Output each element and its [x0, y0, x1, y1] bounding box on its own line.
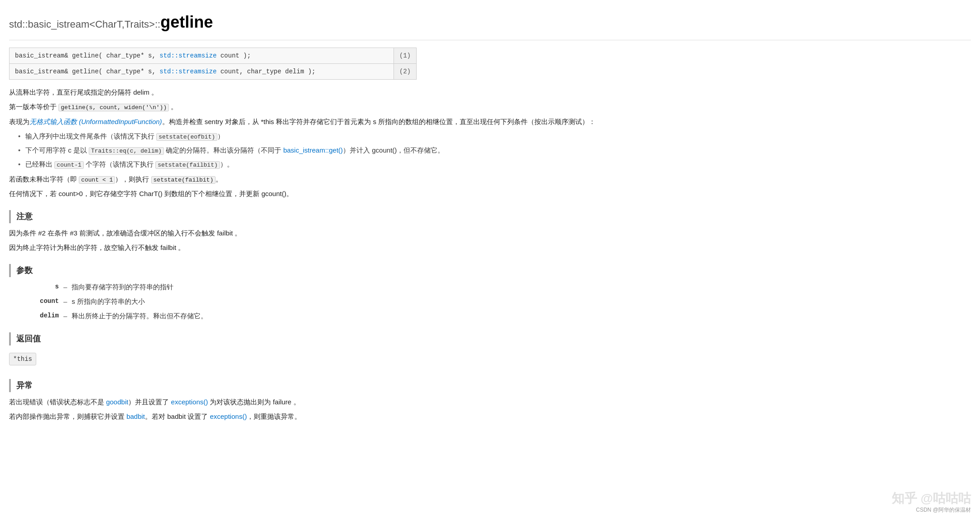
param-s-desc: 指向要存储字符到的字符串的指针	[72, 282, 173, 293]
exc2-after: ，则重抛该异常。	[247, 412, 301, 420]
unformatted-input-link[interactable]: 无格式输入函数 (UnformattedInputFunction)	[29, 118, 162, 125]
signature-1-num: (1)	[394, 48, 416, 63]
cond2-mid: 确定的分隔符。释出该分隔符（不同于	[164, 146, 283, 154]
note-section-title: 注意	[9, 210, 971, 223]
signature-row-1: basic_istream& getline( char_type* s, st…	[10, 48, 417, 63]
exceptions-link-2[interactable]: exceptions()	[210, 412, 247, 420]
extra1-after: 。	[216, 175, 222, 183]
param-delim-name: delim	[27, 311, 59, 321]
cond2-before: 下个可用字符 c 是以	[25, 146, 89, 154]
note-line1: 因为条件 #2 在条件 #3 前测试，故准确适合缓冲区的输入行不会触发 fail…	[9, 228, 971, 239]
param-count-desc: s 所指向的字符串的大小	[72, 296, 145, 307]
streamsize-link-1[interactable]: std::streamsize	[159, 52, 216, 59]
signature-2-code: basic_istream& getline( char_type* s, st…	[10, 63, 394, 79]
cond2-code: Traits::eq(c, delim)	[89, 147, 164, 155]
extra-line1: 若函数未释出字符（即 count < 1），则执行 setstate(failb…	[9, 174, 971, 185]
cond1-code: setstate(eofbit)	[156, 133, 217, 141]
params-table: s – 指向要存储字符到的字符串的指针 count – s 所指向的字符串的大小…	[27, 282, 971, 321]
desc-line2-suffix: 。	[169, 103, 178, 110]
cond3-code1: count-1	[54, 161, 84, 169]
param-delim-dash: –	[63, 311, 67, 321]
cond3-code2: setstate(failbit)	[155, 161, 220, 169]
desc-line3-mid: 。构造并检查 sentry 对象后，从 *this 释出字符并存储它们于首元素为…	[162, 118, 596, 125]
exc2-before: 若内部操作抛出异常，则捕获它并设置	[9, 412, 126, 420]
signature-1-code: basic_istream& getline( char_type* s, st…	[10, 48, 394, 63]
param-s-name: s	[27, 282, 59, 292]
conditions-list: 输入序列中出现文件尾条件（该情况下执行 setstate(eofbit)） 下个…	[18, 131, 971, 170]
streamsize-link-2[interactable]: std::streamsize	[159, 68, 216, 75]
exc1-mid: ）并且设置了	[128, 398, 171, 406]
cond2-after: ）并计入 gcount()，但不存储它。	[343, 146, 444, 154]
return-value: *this	[9, 353, 36, 365]
condition-1: 输入序列中出现文件尾条件（该情况下执行 setstate(eofbit)）	[18, 131, 971, 142]
desc-line2-prefix: 第一版本等价于	[9, 103, 58, 110]
signature-row-2: basic_istream& getline( char_type* s, st…	[10, 63, 417, 79]
exception-line1: 若出现错误（错误状态标志不是 goodbit）并且设置了 exceptions(…	[9, 397, 971, 408]
extra1-mid: ），则执行	[115, 175, 151, 183]
signature-table: basic_istream& getline( char_type* s, st…	[9, 48, 417, 80]
cond1-after: ）	[217, 132, 224, 140]
exceptions-link-1[interactable]: exceptions()	[171, 398, 208, 406]
param-s-row: s – 指向要存储字符到的字符串的指针	[27, 282, 971, 293]
extra1-code1: count < 1	[79, 176, 115, 184]
badbit-link[interactable]: badbit	[126, 412, 145, 420]
param-count-row: count – s 所指向的字符串的大小	[27, 296, 971, 307]
unformatted-input-text: 无格式输入函数 (UnformattedInputFunction)	[29, 118, 162, 125]
extra-line2: 任何情况下，若 count>0，则它存储空字符 CharT() 到数组的下个相继…	[9, 188, 971, 199]
desc-line2-code: getline(s, count, widen('\n'))	[58, 104, 169, 111]
desc-line1: 从流释出字符，直至行尾或指定的分隔符 delim 。	[9, 87, 971, 98]
desc-line2: 第一版本等价于 getline(s, count, widen('\n')) 。	[9, 101, 971, 113]
cond1-before: 输入序列中出现文件尾条件（该情况下执行	[25, 132, 156, 140]
params-section-title: 参数	[9, 264, 971, 277]
extra1-code2: setstate(failbit)	[151, 176, 216, 184]
param-delim-desc: 释出所终止于的分隔字符。释出但不存储它。	[72, 311, 207, 321]
cond3-after: ）。	[220, 160, 234, 168]
namespace-prefix: std::basic_istream<CharT,Traits>::	[9, 19, 160, 30]
note-line2: 因为终止字符计为释出的字符，故空输入行不触发 failbit 。	[9, 242, 971, 253]
condition-3: 已经释出 count-1 个字符（该情况下执行 setstate(failbit…	[18, 159, 971, 170]
basic-istream-get-link[interactable]: basic_istream::get()	[283, 146, 343, 154]
param-count-dash: –	[63, 296, 67, 307]
extra1-before: 若函数未释出字符（即	[9, 175, 79, 183]
signature-2-num: (2)	[394, 63, 416, 79]
desc-line3-prefix: 表现为	[9, 118, 29, 125]
goodbit-link[interactable]: goodbit	[106, 398, 128, 406]
exc1-after: 为对该状态抛出则为 failure 。	[208, 398, 300, 406]
cond3-before: 已经释出	[25, 160, 54, 168]
param-delim-row: delim – 释出所终止于的分隔字符。释出但不存储它。	[27, 311, 971, 321]
return-section-title: 返回值	[9, 332, 971, 345]
function-name: getline	[160, 13, 213, 31]
param-count-name: count	[27, 296, 59, 306]
param-s-dash: –	[63, 282, 67, 293]
desc-line3: 表现为无格式输入函数 (UnformattedInputFunction)。构造…	[9, 116, 971, 127]
exception-section-title: 异常	[9, 379, 971, 392]
cond3-mid: 个字符（该情况下执行	[84, 160, 155, 168]
exc2-mid: 。若对 badbit 设置了	[145, 412, 210, 420]
exc1-before: 若出现错误（错误状态标志不是	[9, 398, 106, 406]
condition-2: 下个可用字符 c 是以 Traits::eq(c, delim) 确定的分隔符。…	[18, 145, 971, 156]
page-title: std::basic_istream<CharT,Traits>::getlin…	[9, 9, 971, 40]
exception-line2: 若内部操作抛出异常，则捕获它并设置 badbit。若对 badbit 设置了 e…	[9, 411, 971, 422]
